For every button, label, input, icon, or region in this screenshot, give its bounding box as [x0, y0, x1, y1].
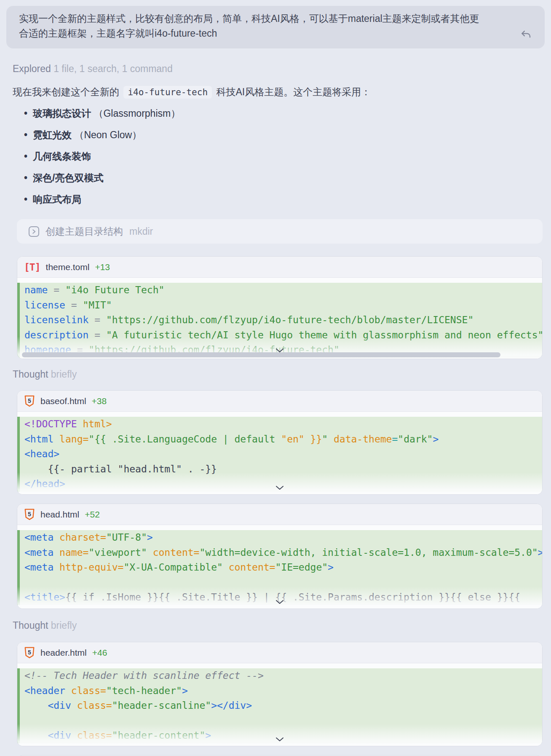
code-diff-area: <meta charset="UTF-8"><meta name="viewpo…	[17, 525, 542, 609]
intro-paragraph: 现在我来创建这个全新的 i4o-future-tech 科技AI风格主题。这个主…	[13, 85, 538, 99]
code-card-header[interactable]: [T] theme.toml +13	[17, 257, 542, 278]
code-card-header[interactable]: 5 head.html +52	[17, 504, 542, 525]
feature-label: 深色/亮色双模式	[33, 172, 103, 183]
undo-button[interactable]	[519, 28, 532, 41]
list-item: 深色/亮色双模式	[0, 171, 551, 185]
inline-code: i4o-future-tech	[123, 86, 212, 99]
command-name: mkdir	[129, 226, 153, 237]
thought-summary[interactable]: Thought briefly	[13, 618, 538, 633]
thought-label: Thought	[13, 620, 48, 631]
thought-summary[interactable]: Thought briefly	[13, 367, 538, 381]
toml-file-icon: [T]	[24, 262, 40, 273]
added-lines-badge: +52	[85, 509, 100, 520]
diff-added-lines: <meta charset="UTF-8"><meta name="viewpo…	[17, 530, 542, 605]
intro-text-before: 现在我来创建这个全新的	[13, 86, 119, 97]
thought-detail: briefly	[51, 620, 77, 631]
code-diff-area: <!DOCTYPE html><html lang="{{ .Site.Lang…	[17, 412, 542, 494]
list-item: 玻璃拟态设计 （Glassmorphism）	[0, 106, 551, 121]
code-card-baseof-html: 5 baseof.html +38 <!DOCTYPE html><html l…	[17, 390, 543, 495]
added-lines-badge: +46	[92, 648, 107, 658]
code-card-theme-toml: [T] theme.toml +13 name = "i4o Future Te…	[17, 256, 543, 359]
file-name: theme.toml	[46, 262, 90, 272]
code-card-head-html: 5 head.html +52 <meta charset="UTF-8"><m…	[17, 504, 543, 609]
list-item: 霓虹光效 （Neon Glow）	[0, 128, 551, 142]
file-name: baseof.html	[40, 396, 86, 406]
command-card[interactable]: 创建主题目录结构 mkdir	[17, 219, 543, 244]
undo-icon	[519, 28, 532, 41]
code-diff-area: name = "i4o Future Tech"license = "MIT"l…	[17, 278, 542, 359]
diff-added-lines: <!-- Tech Header with scanline effect --…	[17, 668, 542, 743]
run-command-icon	[29, 226, 39, 237]
code-card-header-html: 5 header.html +46 <!-- Tech Header with …	[17, 642, 543, 746]
feature-label: 玻璃拟态设计	[33, 108, 91, 119]
svg-text:5: 5	[28, 510, 31, 517]
thought-label: Thought	[13, 369, 48, 380]
list-item: 几何线条装饰	[0, 149, 551, 164]
diff-added-lines: <!DOCTYPE html><html lang="{{ .Site.Lang…	[17, 417, 542, 492]
expand-chevron-icon[interactable]	[276, 737, 284, 742]
explored-detail: 1 file, 1 search, 1 command	[53, 63, 173, 74]
horizontal-scrollbar[interactable]	[22, 352, 500, 357]
added-lines-badge: +38	[92, 396, 107, 406]
code-card-header[interactable]: 5 baseof.html +38	[17, 391, 542, 412]
expand-chevron-icon[interactable]	[276, 600, 284, 604]
svg-text:5: 5	[28, 649, 31, 655]
code-diff-area: <!-- Tech Header with scanline effect --…	[17, 663, 542, 746]
code-card-header[interactable]: 5 header.html +46	[17, 642, 542, 663]
feature-sublabel: （Glassmorphism）	[94, 108, 180, 119]
user-message-line: 合适的主题框架，主题名字就叫i4o-future-tech	[19, 26, 507, 41]
user-message-line: 实现一个全新的主题样式，比较有创意的布局，简单，科技AI风格，可以基于mater…	[19, 11, 507, 26]
diff-added-lines: name = "i4o Future Tech"license = "MIT"l…	[17, 283, 542, 358]
feature-label: 几何线条装饰	[33, 151, 91, 162]
html5-file-icon: 5	[24, 647, 35, 659]
svg-text:5: 5	[28, 397, 31, 404]
user-message-bubble: 实现一个全新的主题样式，比较有创意的布局，简单，科技AI风格，可以基于mater…	[6, 6, 545, 48]
command-label: 创建主题目录结构	[45, 225, 123, 238]
file-name: head.html	[40, 509, 79, 520]
feature-label: 霓虹光效	[33, 129, 72, 140]
feature-sublabel: （Neon Glow）	[74, 129, 142, 140]
html5-file-icon: 5	[24, 509, 35, 520]
explored-summary[interactable]: Explored 1 file, 1 search, 1 command	[13, 62, 538, 76]
file-name: header.html	[40, 648, 87, 658]
html5-file-icon: 5	[24, 395, 35, 407]
expand-chevron-icon[interactable]	[276, 485, 284, 490]
feature-list: 玻璃拟态设计 （Glassmorphism） 霓虹光效 （Neon Glow） …	[0, 106, 551, 206]
intro-text-after: 科技AI风格主题。这个主题将采用：	[216, 86, 371, 97]
thought-detail: briefly	[51, 369, 77, 380]
explored-label: Explored	[13, 63, 51, 74]
added-lines-badge: +13	[95, 262, 110, 272]
feature-label: 响应式布局	[33, 194, 81, 205]
list-item: 响应式布局	[0, 192, 551, 206]
